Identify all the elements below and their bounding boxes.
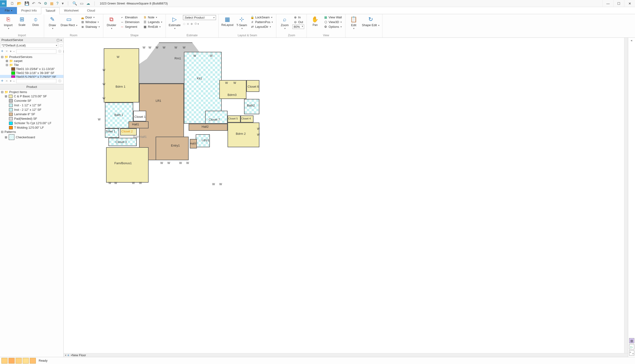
group-label-import: Import	[2, 34, 42, 38]
segment-button[interactable]: ─Segment	[119, 24, 140, 29]
room-label: Toilet 1	[106, 130, 115, 133]
project-item[interactable]: Concrete SF	[0, 98, 64, 103]
panel-icon-1[interactable]: ▥	[629, 338, 634, 343]
footer-tool-5[interactable]	[30, 358, 36, 364]
item-search-input[interactable]	[16, 79, 56, 83]
window-button[interactable]: ⊞Window▾	[80, 20, 101, 24]
room-label: Entry1	[171, 144, 180, 147]
page-icon[interactable]: ▭	[80, 1, 84, 6]
tab-worksheet[interactable]: Worksheet	[60, 7, 83, 14]
legends-button[interactable]: ☰Legends▾	[142, 20, 163, 24]
plus-small-icon[interactable]: +	[10, 50, 12, 53]
project-item[interactable]: Schluter To Cpt 12'0.00" LF	[0, 121, 64, 125]
tile-item[interactable]: Tile02 59-1/16" x 39-3/8" SF	[0, 71, 64, 75]
delete-product-icon: ✕	[6, 50, 8, 53]
floor-tab[interactable]: New Floor	[72, 354, 86, 357]
open-file-icon[interactable]: 📂	[17, 1, 22, 6]
project-item[interactable]: Inst - 1 12" x 12" SF	[0, 103, 64, 108]
search-doc-icon[interactable]: 🔍	[72, 1, 77, 6]
project-item[interactable]: Laminate 8" SF	[0, 112, 64, 116]
edit-button[interactable]: 📋Edit▾	[348, 15, 360, 30]
stairway-button[interactable]: ≣Stairway▾	[80, 24, 101, 29]
footer-tool-4[interactable]	[23, 358, 29, 364]
box-icon[interactable]: ▦	[50, 1, 54, 6]
tab-cloud[interactable]: Cloud	[83, 7, 99, 14]
project-item[interactable]: T Molding 12'0.00" LF	[0, 125, 64, 130]
db-icon[interactable]: ⬚	[59, 44, 64, 47]
close-button[interactable]: ✕	[624, 0, 635, 7]
vertical-scrollbar[interactable]	[624, 38, 628, 353]
pattern-item[interactable]: ⊞Checkerboard	[0, 134, 64, 140]
undo-icon[interactable]: ↶	[32, 1, 35, 6]
footer-tool-1[interactable]	[2, 358, 8, 364]
status-text: Ready	[39, 359, 48, 362]
room-label: Hall1	[132, 122, 139, 126]
note-button[interactable]: 🗎Note▾	[142, 15, 163, 19]
room-label: Closet 6	[248, 85, 259, 88]
add-product-icon[interactable]: +	[1, 49, 4, 54]
import-button[interactable]: ⎘Import▾	[2, 15, 14, 30]
draw-rect-button[interactable]: ▭Draw Rect ▾	[60, 15, 78, 27]
file-menu[interactable]: File▾	[0, 7, 17, 14]
elevation-button[interactable]: ⌐Elevation	[119, 15, 140, 19]
project-items-tree[interactable]: ⊟📁Project Items ⊞C & P Basic 12'0.00" SF…	[0, 90, 64, 357]
select-product-combo[interactable]: Select Product▾	[183, 15, 216, 20]
est-icon-1: ◇	[183, 22, 185, 26]
tab-project-info[interactable]: Project Info	[17, 7, 41, 14]
divider-button[interactable]: ⧉Divider▾	[106, 15, 117, 30]
draw-button[interactable]: ✎Draw▾	[47, 15, 58, 30]
panel-icon-2[interactable]: ▷	[629, 344, 634, 350]
product-search-input[interactable]	[16, 49, 56, 54]
zoom-in-button[interactable]: ⊕In	[292, 15, 304, 19]
swatch	[11, 72, 15, 75]
redo-icon[interactable]: ↷	[38, 1, 41, 6]
new-file-icon[interactable]: 🗋	[10, 2, 14, 6]
cloud-icon[interactable]: ☁	[86, 1, 90, 6]
est-icon-3: ◆	[190, 22, 193, 26]
project-item[interactable]: Inst - 2 12" x 12" SF	[0, 108, 64, 112]
estimate-button[interactable]: ▷Estimate▾	[168, 15, 181, 30]
panel-pin-icon[interactable]: ▢	[57, 38, 59, 42]
pan-button[interactable]: ✋Pan	[309, 15, 321, 27]
footer-tool-2[interactable]	[9, 358, 15, 364]
options-button[interactable]: ⚙Options▾	[323, 24, 343, 29]
add-item-icon[interactable]: +	[1, 78, 4, 84]
app-logo: m	[0, 0, 7, 7]
zoom-out-button[interactable]: ⊖Out	[292, 20, 304, 24]
folder-icon: 📁	[5, 90, 8, 94]
minimize-button[interactable]: —	[602, 0, 613, 7]
tab-takeoff[interactable]: Takeoff	[41, 7, 60, 14]
product-tree[interactable]: ⊟📁Product/Services ⊞📁carpet ⊟📁Tile Tile0…	[0, 54, 64, 78]
swatch	[11, 76, 15, 78]
disto-button[interactable]: ⌽Disto	[30, 15, 42, 27]
shape-edit-button[interactable]: ↻Shape Edit ▾	[362, 15, 380, 27]
tile-item[interactable]: Tile03 5-29/32" x 7-29/32" SF	[0, 75, 64, 78]
view-wall-button[interactable]: ▦View Wall	[323, 15, 343, 19]
footer-tool-3[interactable]	[16, 358, 22, 364]
plus2-icon[interactable]: +	[10, 79, 12, 83]
collapse-right-icon[interactable]: «	[629, 38, 634, 43]
tile-item[interactable]: Tile01 10-15/64" x 11-13/16"	[0, 67, 64, 71]
room-label: Bdrm 2	[236, 132, 246, 136]
panel-collapse-icon[interactable]: «	[60, 38, 62, 42]
project-item[interactable]: Pad(Needed) SF	[0, 116, 64, 121]
product-db-combo[interactable]: *2*Default (Local)▾	[1, 43, 58, 48]
maximize-button[interactable]: ☐	[613, 0, 624, 7]
settings-icon[interactable]: ⚙	[44, 1, 47, 6]
dimension-button[interactable]: ↔Dimension	[119, 20, 140, 24]
minus-small-icon[interactable]: -	[14, 50, 14, 53]
horizontal-scrollbar[interactable]: ▾ + ▾ New Floor	[64, 353, 628, 357]
help-icon[interactable]: ?	[56, 2, 59, 6]
floorplan-canvas[interactable]: Rm1 Bdrm 1 Kit1 LR1 Bdrm3 Closet 6 Bath2…	[64, 38, 628, 357]
view-3d-button[interactable]: ⬡View3D▾	[323, 20, 343, 24]
project-item[interactable]: ⊞C & P Basic 12'0.00" SF	[0, 94, 64, 98]
minus2-icon[interactable]: -	[14, 79, 14, 83]
rmedit-button[interactable]: ▦RmEdit▾	[142, 24, 163, 29]
zoom-percent[interactable]: 80%▾	[292, 24, 304, 29]
add-floor-icon[interactable]: +	[67, 353, 69, 357]
tseam-button[interactable]: ⊹T-Seam▾	[236, 15, 248, 30]
save-icon[interactable]: 💾	[25, 1, 29, 6]
door-button[interactable]: ◛Door▾	[80, 15, 101, 19]
zoom-button[interactable]: ⌕Zoom▾	[279, 15, 290, 30]
panel-icon-3[interactable]: ⌃⌄	[629, 350, 634, 356]
